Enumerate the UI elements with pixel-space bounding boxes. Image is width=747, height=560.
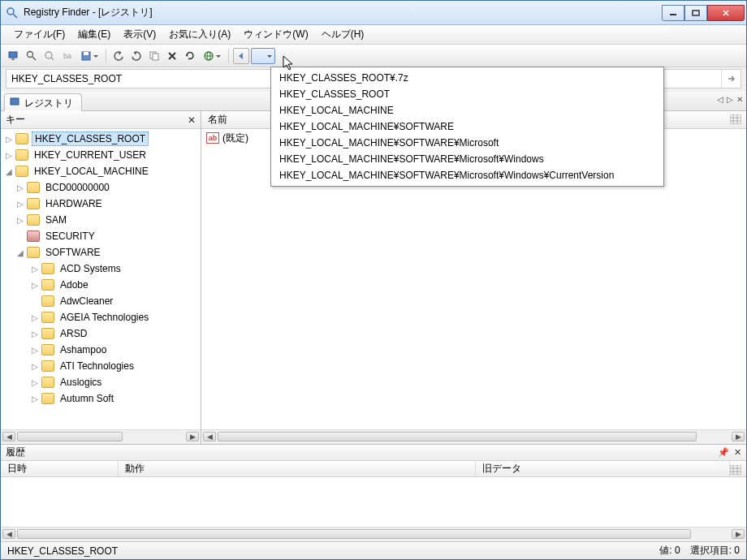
- scroll-left-icon[interactable]: ◀: [2, 529, 15, 539]
- tool-refresh-icon[interactable]: [182, 48, 198, 64]
- tree-item[interactable]: ▷Ashampoo: [1, 342, 201, 358]
- tree-item-label: SAM: [43, 213, 69, 226]
- history-dropdown-item[interactable]: HKEY_LOCAL_MACHINE: [271, 102, 663, 118]
- history-hscrollbar[interactable]: ◀ ▶: [1, 527, 746, 541]
- tool-globe-icon[interactable]: [200, 48, 224, 64]
- menu-favorites[interactable]: お気に入り(A): [162, 25, 237, 44]
- menu-help[interactable]: ヘルプ(H): [315, 25, 371, 44]
- col-datetime[interactable]: 日時: [1, 461, 119, 476]
- column-name[interactable]: 名前: [208, 113, 227, 127]
- expand-icon[interactable]: ▷: [4, 151, 14, 160]
- expand-icon[interactable]: ▷: [30, 394, 40, 403]
- maximize-button[interactable]: [684, 5, 707, 21]
- tree-item[interactable]: AdwCleaner: [1, 293, 201, 309]
- tool-find-icon[interactable]: [24, 48, 40, 64]
- expand-icon[interactable]: ▷: [30, 330, 40, 338]
- expand-icon[interactable]: ▷: [15, 200, 25, 209]
- grid-view-icon[interactable]: [730, 114, 741, 124]
- expand-icon[interactable]: ▷: [15, 183, 25, 192]
- history-dropdown-item[interactable]: HKEY_LOCAL_MACHINE¥SOFTWARE¥Microsoft: [271, 135, 663, 151]
- tree-item[interactable]: ▷Auslogics: [1, 374, 201, 390]
- tree-item[interactable]: ▷SAM: [1, 212, 201, 228]
- tree-view[interactable]: ▷HKEY_CLASSES_ROOT▷HKEY_CURRENT_USER◢HKE…: [1, 129, 201, 429]
- history-body[interactable]: [1, 477, 746, 527]
- scroll-right-icon[interactable]: ▶: [732, 529, 745, 539]
- svg-point-8: [28, 51, 33, 57]
- history-dropdown-item[interactable]: HKEY_CLASSES_ROOT: [271, 86, 663, 102]
- tool-back-button[interactable]: [233, 48, 249, 64]
- tree-item[interactable]: ▷AGEIA Technologies: [1, 309, 201, 325]
- grid-view-icon[interactable]: [730, 465, 741, 475]
- tab-prev-icon[interactable]: ◁: [717, 95, 723, 104]
- scroll-left-icon[interactable]: ◀: [2, 432, 15, 442]
- tool-zoom-icon[interactable]: [41, 48, 58, 64]
- tool-history-dropdown-button[interactable]: [251, 48, 275, 64]
- tool-save-icon[interactable]: [77, 48, 101, 64]
- history-close-icon[interactable]: ✕: [734, 447, 741, 458]
- scroll-right-icon[interactable]: ▶: [732, 432, 745, 442]
- history-dropdown-item[interactable]: HKEY_LOCAL_MACHINE¥SOFTWARE: [271, 118, 663, 135]
- expand-icon[interactable]: ▷: [30, 313, 40, 322]
- tree-item[interactable]: ◢HKEY_LOCAL_MACHINE: [1, 163, 201, 179]
- right-hscrollbar[interactable]: ◀ ▶: [201, 429, 746, 444]
- scroll-right-icon[interactable]: ▶: [186, 432, 199, 442]
- history-dropdown-item[interactable]: HKEY_LOCAL_MACHINE¥SOFTWARE¥Microsoft¥Wi…: [271, 151, 663, 167]
- tree-item[interactable]: ▷HARDWARE: [1, 196, 201, 212]
- svg-rect-6: [9, 52, 17, 58]
- expand-icon[interactable]: ▷: [30, 281, 40, 290]
- expand-icon[interactable]: ▷: [30, 362, 40, 371]
- tree-item[interactable]: ▷Adobe: [1, 277, 201, 293]
- tab-close-icon[interactable]: ✕: [736, 95, 743, 104]
- menu-edit[interactable]: 編集(E): [71, 25, 117, 44]
- expand-icon[interactable]: ▷: [4, 135, 14, 144]
- tree-item[interactable]: ▷HKEY_CURRENT_USER: [1, 147, 201, 163]
- tool-delete-icon[interactable]: [164, 48, 180, 64]
- tree-item[interactable]: ▷Autumn Soft: [1, 390, 201, 407]
- expand-icon[interactable]: ◢: [15, 248, 25, 257]
- history-dropdown[interactable]: HKEY_CLASSES_ROOT¥.7zHKEY_CLASSES_ROOTHK…: [270, 67, 664, 187]
- folder-icon: [41, 328, 54, 339]
- history-dropdown-item[interactable]: HKEY_CLASSES_ROOT¥.7z: [271, 70, 663, 86]
- scroll-left-icon[interactable]: ◀: [203, 432, 216, 442]
- tool-copy-icon[interactable]: [146, 48, 162, 64]
- tree-item-label: HKEY_LOCAL_MACHINE: [32, 165, 151, 178]
- tab-next-icon[interactable]: ▷: [727, 95, 733, 104]
- menu-file[interactable]: ファイル(F): [7, 25, 71, 44]
- tree-item-label: ACD Systems: [58, 262, 123, 275]
- pin-icon[interactable]: 📌: [718, 447, 729, 458]
- tree-item[interactable]: ◢SOFTWARE: [1, 244, 201, 261]
- scroll-thumb[interactable]: [218, 432, 697, 442]
- expand-icon[interactable]: ▷: [30, 265, 40, 274]
- tool-computer-icon[interactable]: [6, 48, 22, 64]
- tool-undo-icon[interactable]: [110, 48, 127, 64]
- history-dropdown-item[interactable]: HKEY_LOCAL_MACHINE¥SOFTWARE¥Microsoft¥Wi…: [271, 167, 663, 183]
- left-panel-close-icon[interactable]: ✕: [188, 114, 196, 126]
- tree-item[interactable]: ▷BCD00000000: [1, 179, 201, 196]
- folder-icon: [41, 393, 54, 404]
- left-hscrollbar[interactable]: ◀ ▶: [1, 429, 201, 444]
- scroll-thumb[interactable]: [17, 432, 123, 442]
- tab-registry[interactable]: レジストリ: [4, 93, 82, 111]
- tool-redo-icon[interactable]: [128, 48, 145, 64]
- tree-item[interactable]: ▷ATI Technologies: [1, 358, 201, 374]
- tool-text-icon[interactable]: ba: [59, 48, 76, 64]
- tree-item-label: Ashampoo: [58, 343, 109, 356]
- tree-item[interactable]: SECURITY: [1, 228, 201, 244]
- col-olddata[interactable]: 旧データ: [476, 461, 730, 476]
- tree-item[interactable]: ▷HKEY_CLASSES_ROOT: [1, 131, 201, 147]
- close-button[interactable]: [707, 5, 745, 21]
- expand-icon[interactable]: ▷: [15, 216, 25, 225]
- tree-item[interactable]: ▷ARSD: [1, 325, 201, 342]
- tree-item[interactable]: ▷ACD Systems: [1, 261, 201, 277]
- menu-window[interactable]: ウィンドウ(W): [237, 25, 314, 44]
- scroll-thumb[interactable]: [17, 529, 691, 539]
- folder-icon: [41, 377, 54, 388]
- expand-icon[interactable]: ▷: [30, 378, 40, 387]
- folder-icon: [27, 230, 40, 242]
- minimize-button[interactable]: [662, 5, 684, 21]
- col-action[interactable]: 動作: [119, 461, 476, 476]
- expand-icon[interactable]: ◢: [4, 167, 14, 176]
- expand-icon[interactable]: ▷: [30, 346, 40, 355]
- menu-view[interactable]: 表示(V): [117, 25, 162, 44]
- go-button[interactable]: [721, 70, 741, 88]
